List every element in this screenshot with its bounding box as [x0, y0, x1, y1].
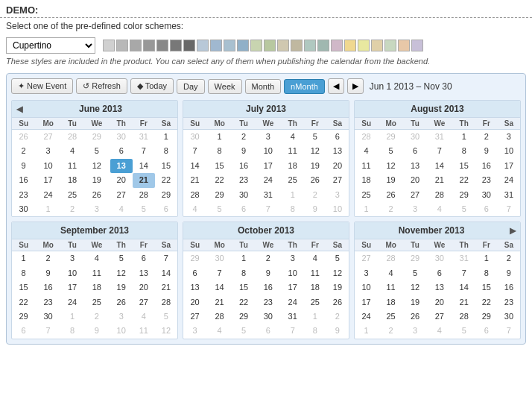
calendar-day[interactable]: 7 [133, 144, 155, 158]
calendar-day[interactable]: 17 [255, 159, 282, 173]
calendar-day[interactable]: 9 [12, 159, 35, 173]
calendar-day[interactable]: 10 [326, 202, 349, 216]
calendar-day[interactable]: 7 [426, 144, 453, 158]
color-swatch-6[interactable] [183, 40, 195, 51]
calendar-day[interactable]: 16 [255, 280, 282, 295]
calendar-day[interactable]: 11 [355, 159, 378, 173]
calendar-day[interactable]: 25 [61, 188, 83, 202]
calendar-day[interactable]: 29 [155, 188, 177, 202]
next-range-button[interactable]: ▶ [347, 78, 364, 94]
calendar-day[interactable]: 8 [232, 266, 255, 280]
calendar-day[interactable]: 13 [426, 280, 453, 295]
calendar-day[interactable]: 10 [110, 324, 133, 338]
color-swatch-0[interactable] [103, 40, 115, 51]
calendar-day[interactable]: 6 [12, 324, 35, 338]
calendar-day[interactable]: 4 [304, 251, 326, 266]
calendar-day[interactable]: 2 [378, 324, 404, 338]
calendar-day[interactable]: 31 [133, 130, 155, 145]
calendar-day[interactable]: 5 [155, 310, 177, 324]
calendar-day[interactable]: 15 [206, 159, 232, 173]
calendar-day[interactable]: 30 [255, 310, 282, 324]
calendar-day[interactable]: 11 [378, 280, 404, 295]
color-swatch-21[interactable] [384, 40, 396, 51]
calendar-day[interactable]: 2 [304, 188, 326, 202]
calendar-day[interactable]: 7 [282, 324, 304, 338]
color-swatch-2[interactable] [130, 40, 142, 51]
calendar-day[interactable]: 1 [304, 310, 326, 324]
calendar-day[interactable]: 12 [378, 159, 404, 173]
calendar-day[interactable]: 25 [282, 173, 304, 187]
calendar-day[interactable]: 21 [183, 173, 206, 187]
calendar-day[interactable]: 22 [475, 295, 498, 310]
calendar-day[interactable]: 12 [404, 280, 426, 295]
calendar-day[interactable]: 27 [183, 310, 206, 324]
calendar-day[interactable]: 21 [453, 295, 475, 310]
calendar-day[interactable]: 23 [12, 188, 35, 202]
calendar-day[interactable]: 8 [304, 324, 326, 338]
calendar-day[interactable]: 3 [404, 324, 426, 338]
calendar-day[interactable]: 26 [326, 295, 349, 310]
calendar-day[interactable]: 22 [206, 173, 232, 187]
calendar-day[interactable]: 1 [61, 310, 83, 324]
calendar-day[interactable]: 31 [426, 130, 453, 145]
calendar-day[interactable]: 12 [304, 144, 326, 158]
calendar-day[interactable]: 18 [83, 280, 110, 295]
calendar-day[interactable]: 23 [35, 295, 61, 310]
color-swatch-17[interactable] [331, 40, 343, 51]
month-prev-arrow[interactable]: ◀ [13, 104, 25, 114]
calendar-day[interactable]: 8 [155, 144, 177, 158]
calendar-day[interactable]: 3 [326, 188, 349, 202]
color-swatch-13[interactable] [277, 40, 289, 51]
calendar-day[interactable]: 3 [404, 202, 426, 216]
calendar-day[interactable]: 27 [326, 173, 349, 187]
calendar-day[interactable]: 3 [83, 202, 110, 216]
calendar-day[interactable]: 11 [61, 159, 83, 173]
calendar-day[interactable]: 30 [12, 202, 35, 216]
calendar-day[interactable]: 27 [110, 188, 133, 202]
calendar-day[interactable]: 19 [83, 173, 110, 187]
month-button[interactable]: Month [245, 79, 282, 94]
calendar-day[interactable]: 19 [404, 295, 426, 310]
calendar-day[interactable]: 27 [404, 188, 426, 202]
calendar-day[interactable]: 8 [12, 266, 35, 280]
calendar-day[interactable]: 2 [83, 310, 110, 324]
calendar-day[interactable]: 28 [378, 251, 404, 266]
calendar-day[interactable]: 6 [255, 324, 282, 338]
calendar-day[interactable]: 29 [404, 251, 426, 266]
color-scheme-select[interactable]: Cupertino Classic Modern Nature [6, 37, 95, 54]
calendar-day[interactable]: 10 [35, 159, 61, 173]
calendar-day[interactable]: 22 [232, 295, 255, 310]
calendar-day[interactable]: 23 [232, 173, 255, 187]
calendar-day[interactable]: 20 [110, 173, 133, 187]
calendar-day[interactable]: 6 [326, 130, 349, 145]
calendar-day[interactable]: 10 [355, 280, 378, 295]
calendar-day[interactable]: 5 [206, 202, 232, 216]
calendar-day[interactable]: 7 [498, 202, 520, 216]
calendar-day[interactable]: 22 [453, 173, 475, 187]
calendar-day[interactable]: 7 [453, 266, 475, 280]
calendar-day[interactable]: 30 [426, 251, 453, 266]
calendar-day[interactable]: 2 [12, 144, 35, 158]
calendar-day[interactable]: 14 [426, 159, 453, 173]
calendar-day[interactable]: 10 [282, 266, 304, 280]
color-swatch-15[interactable] [304, 40, 316, 51]
calendar-day[interactable]: 30 [498, 310, 520, 324]
calendar-day[interactable]: 5 [83, 144, 110, 158]
calendar-day[interactable]: 28 [183, 188, 206, 202]
calendar-day[interactable]: 29 [475, 310, 498, 324]
calendar-day[interactable]: 4 [183, 202, 206, 216]
calendar-day[interactable]: 13 [133, 266, 155, 280]
calendar-day[interactable]: 27 [35, 130, 61, 145]
calendar-day[interactable]: 12 [326, 266, 349, 280]
calendar-day[interactable]: 19 [304, 159, 326, 173]
calendar-day[interactable]: 29 [206, 188, 232, 202]
calendar-day[interactable]: 1 [155, 130, 177, 145]
calendar-day[interactable]: 20 [326, 159, 349, 173]
prev-range-button[interactable]: ◀ [328, 78, 344, 94]
calendar-day[interactable]: 22 [12, 295, 35, 310]
calendar-day[interactable]: 4 [282, 130, 304, 145]
calendar-day[interactable]: 22 [155, 173, 177, 187]
calendar-day[interactable]: 13 [110, 159, 133, 173]
calendar-day[interactable]: 2 [35, 251, 61, 266]
calendar-day[interactable]: 30 [206, 251, 232, 266]
